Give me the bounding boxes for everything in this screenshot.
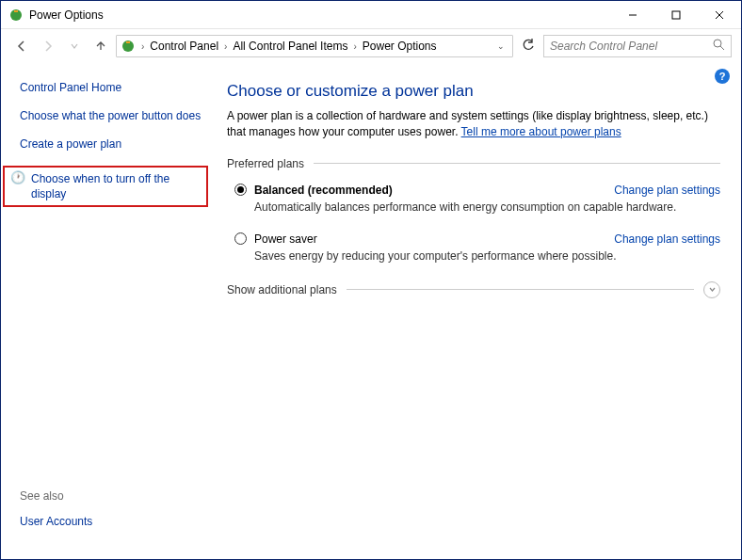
main: Choose or customize a power plan A power… [218, 63, 741, 559]
breadcrumb-icon [121, 39, 136, 54]
maximize-button[interactable] [654, 1, 698, 29]
section-label: Preferred plans [227, 157, 304, 170]
refresh-button[interactable] [517, 39, 540, 55]
sidebar-link-label: Choose when to turn off the display [31, 171, 201, 201]
breadcrumb[interactable]: › Control Panel › All Control Panel Item… [116, 35, 513, 57]
svg-rect-3 [672, 11, 680, 19]
plan-description: Automatically balances performance with … [254, 200, 720, 214]
chevron-down-icon[interactable]: ⌄ [497, 41, 505, 51]
svg-rect-1 [14, 10, 18, 12]
learn-more-link[interactable]: Tell me more about power plans [461, 125, 621, 138]
breadcrumb-item[interactable]: Power Options [359, 40, 441, 53]
titlebar: Power Options [1, 1, 741, 29]
page-description: A power plan is a collection of hardware… [227, 108, 720, 140]
app-icon [8, 8, 24, 23]
window-controls [611, 1, 741, 29]
forward-button[interactable] [37, 35, 59, 57]
breadcrumb-item[interactable]: All Control Panel Items [229, 40, 351, 53]
plan-name[interactable]: Balanced (recommended) [254, 184, 393, 197]
window-title: Power Options [29, 8, 104, 22]
search-input[interactable]: Search Control Panel [543, 35, 732, 57]
change-plan-settings-link[interactable]: Change plan settings [614, 184, 720, 197]
see-also-label: See also [20, 489, 92, 503]
chevron-right-icon: › [351, 41, 358, 52]
content: Control Panel Home Choose what the power… [1, 63, 741, 559]
minimize-button[interactable] [611, 1, 654, 29]
svg-point-8 [714, 40, 721, 47]
plan-name[interactable]: Power saver [254, 232, 317, 246]
control-panel-home-link[interactable]: Control Panel Home [20, 80, 206, 95]
sidebar-link-user-accounts[interactable]: User Accounts [20, 514, 92, 529]
plan-balanced: Balanced (recommended) Change plan setti… [234, 184, 720, 214]
sidebar-link-turn-off-display[interactable]: 🕐 Choose when to turn off the display [3, 166, 208, 207]
svg-line-9 [720, 46, 724, 50]
additional-plans-header[interactable]: Show additional plans [227, 281, 720, 298]
recent-dropdown[interactable] [63, 35, 86, 57]
back-button[interactable] [10, 35, 33, 57]
preferred-plans-header: Preferred plans [227, 157, 720, 170]
help-icon[interactable]: ? [715, 69, 730, 84]
section-label: Show additional plans [227, 283, 337, 296]
plan-power-saver: Power saver Change plan settings Saves e… [234, 232, 720, 263]
svg-rect-7 [126, 41, 130, 43]
divider [347, 289, 694, 290]
up-button[interactable] [89, 35, 112, 57]
sidebar-bottom: See also User Accounts [20, 489, 92, 542]
sidebar-link-create-plan[interactable]: Create a power plan [20, 136, 206, 152]
expand-icon[interactable] [703, 281, 720, 298]
close-button[interactable] [698, 1, 741, 29]
navbar: › Control Panel › All Control Panel Item… [1, 29, 741, 63]
plan-description: Saves energy by reducing your computer's… [254, 249, 720, 263]
sidebar-link-power-button[interactable]: Choose what the power button does [20, 108, 206, 123]
chevron-right-icon: › [139, 41, 146, 52]
sidebar: Control Panel Home Choose what the power… [1, 63, 218, 559]
page-title: Choose or customize a power plan [227, 82, 720, 101]
chevron-right-icon: › [222, 41, 229, 52]
change-plan-settings-link[interactable]: Change plan settings [614, 232, 720, 246]
search-icon [713, 39, 725, 54]
plan-radio[interactable] [234, 184, 247, 196]
clock-icon: 🕐 [10, 171, 25, 201]
divider [314, 163, 720, 164]
breadcrumb-item[interactable]: Control Panel [146, 40, 222, 53]
search-placeholder: Search Control Panel [550, 40, 657, 53]
plan-radio[interactable] [234, 232, 247, 245]
